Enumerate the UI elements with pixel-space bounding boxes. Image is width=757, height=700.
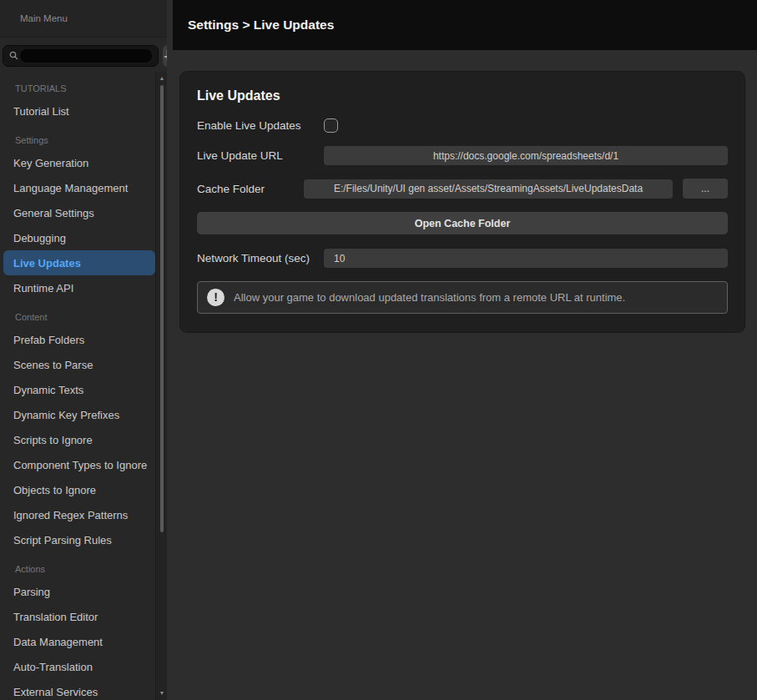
search-box[interactable] (3, 45, 159, 67)
network-timeout-input[interactable] (324, 249, 728, 268)
live-updates-panel: Live Updates Enable Live Updates Live Up… (179, 71, 745, 333)
timeout-row: Network Timeout (sec) (197, 249, 728, 268)
sidebar-item-prefab-folders[interactable]: Prefab Folders (3, 327, 155, 352)
url-row: Live Update URL (197, 146, 728, 165)
sidebar-item-key-generation[interactable]: Key Generation (3, 150, 155, 175)
scroll-down-icon[interactable]: ▼ (156, 688, 167, 698)
enable-row: Enable Live Updates (197, 118, 728, 133)
sidebar-scrollbar[interactable]: ▲ ▼ (155, 72, 167, 700)
info-text: Allow your game to download updated tran… (234, 291, 625, 304)
live-update-url-input[interactable] (324, 146, 728, 165)
panel-title: Live Updates (197, 88, 728, 103)
sidebar-item-scenes-to-parse[interactable]: Scenes to Parse (3, 352, 155, 377)
main-area: Settings > Live Updates Live Updates Ena… (167, 0, 757, 700)
info-icon: ! (207, 289, 225, 306)
sidebar-item-ignored-regex-patterns[interactable]: Ignored Regex Patterns (3, 502, 155, 527)
network-timeout-label: Network Timeout (sec) (197, 252, 324, 264)
browse-button[interactable]: ... (683, 179, 728, 199)
search-input[interactable] (20, 49, 152, 63)
app: Main Menu TUTO (0, 0, 757, 700)
sidebar-item-tutorial-list[interactable]: Tutorial List (3, 98, 155, 123)
sidebar-item-script-parsing-rules[interactable]: Script Parsing Rules (3, 527, 155, 552)
search-icon (9, 48, 18, 63)
sidebar-item-translation-editor[interactable]: Translation Editor (3, 604, 155, 629)
scroll-up-icon[interactable]: ▲ (156, 73, 167, 83)
content: Live Updates Enable Live Updates Live Up… (173, 50, 757, 700)
sidebar-item-auto-translation[interactable]: Auto-Translation (3, 654, 155, 679)
sidebar-item-external-services[interactable]: External Services (3, 679, 155, 700)
sidebar-item-live-updates[interactable]: Live Updates (3, 250, 155, 275)
cache-folder-label: Cache Folder (197, 183, 304, 195)
main-menu-label: Main Menu (20, 13, 68, 23)
cache-folder-input[interactable] (304, 179, 673, 199)
info-box: ! Allow your game to download updated tr… (197, 281, 728, 314)
live-update-url-label: Live Update URL (197, 149, 324, 162)
section-label-tutorials: TUTORIALS (0, 72, 155, 98)
sidebar-item-language-management[interactable]: Language Management (3, 175, 155, 200)
sidebar-item-debugging[interactable]: Debugging (3, 225, 155, 250)
section-label-actions: Actions (0, 552, 155, 579)
breadcrumb: Settings > Live Updates (188, 18, 334, 33)
sidebar: Main Menu TUTO (0, 0, 167, 700)
scrollbar-thumb[interactable] (160, 85, 164, 532)
enable-live-updates-checkbox[interactable] (324, 118, 338, 133)
sidebar-item-dynamic-texts[interactable]: Dynamic Texts (3, 377, 155, 402)
search-row (0, 38, 167, 74)
sidebar-header: Main Menu (0, 0, 167, 38)
filter-button[interactable] (163, 45, 167, 67)
cache-folder-row: Cache Folder ... (197, 179, 728, 199)
topbar: Settings > Live Updates (173, 0, 757, 50)
section-label-content: Content (0, 300, 155, 327)
open-cache-folder-button[interactable]: Open Cache Folder (197, 212, 728, 234)
enable-live-updates-label: Enable Live Updates (197, 119, 324, 132)
sidebar-item-dynamic-key-prefixes[interactable]: Dynamic Key Prefixes (3, 402, 155, 427)
sidebar-item-general-settings[interactable]: General Settings (3, 200, 155, 225)
sidebar-item-scripts-to-ignore[interactable]: Scripts to Ignore (3, 427, 155, 452)
sidebar-item-parsing[interactable]: Parsing (3, 579, 155, 604)
sidebar-nav: TUTORIALS Tutorial List Settings Key Gen… (0, 72, 155, 700)
sidebar-item-objects-to-ignore[interactable]: Objects to Ignore (3, 477, 155, 502)
sidebar-item-component-types-to-ignore[interactable]: Component Types to Ignore (3, 452, 155, 477)
sidebar-item-runtime-api[interactable]: Runtime API (3, 275, 155, 300)
section-label-settings: Settings (0, 123, 155, 150)
sidebar-item-data-management[interactable]: Data Management (3, 629, 155, 654)
sliders-icon (163, 48, 167, 64)
